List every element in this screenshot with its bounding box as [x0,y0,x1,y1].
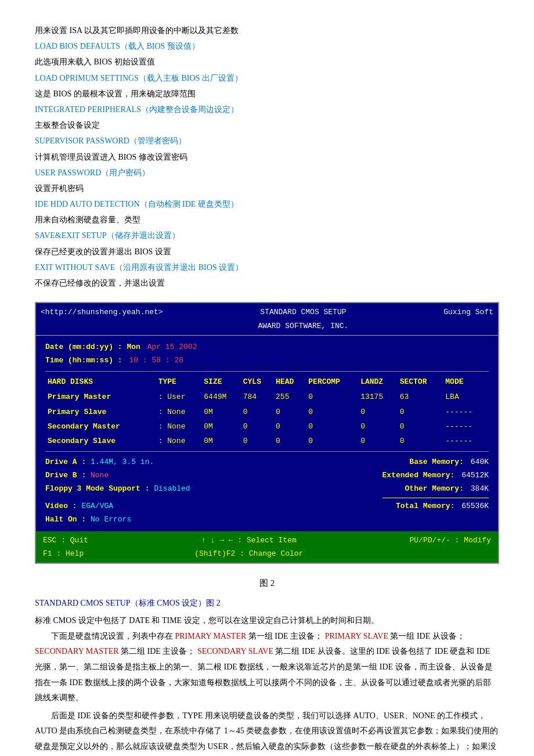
bios-footer: ESC : Quit F1 : Help ↑ ↓ → ← : Select It… [36,531,498,563]
base-memory-label: Base Memory: [409,458,464,466]
td-primary-master-percomp: 0 [306,390,358,404]
td-secondary-slave-landz: 0 [358,434,397,448]
td-primary-slave-mode: ------ [443,405,489,419]
bios-title2: AWARD SOFTWARE, INC. [163,319,444,333]
intro-line-2: LOAD BIOS DEFAULTS（载入 BIOS 预设值） [35,39,499,53]
intro-line-14: SAVE&EXIT SETUP（储存并退出设置） [35,228,499,243]
td-secondary-master-size: 0M [201,419,240,434]
bios-footer-center: ↑ ↓ → ← : Select Item (Shift)F2 : Change… [194,534,303,561]
td-secondary-slave-percomp: 0 [306,434,358,448]
intro-line-3: 此选项用来载入 BIOS 初始设置值 [35,55,499,69]
bios-drive-section: Drive A : 1.44M, 3.5 in. Drive B : None … [45,455,383,527]
para2-text3: 第一组 IDE 从设备； [390,632,464,640]
video-value: EGA/VGA [81,502,113,510]
td-secondary-slave-type: : None [156,434,202,448]
th-harddisks: HARD DISKS [45,374,156,390]
intro-line-5: 这是 BIOS 的最根本设置，用来确定故障范围 [35,87,499,101]
intro-section: 用来设置 ISA 以及其它即插即用设备的中断以及其它差数 LOAD BIOS D… [35,23,499,290]
bios-memory-section: Base Memory: 640K Extended Memory: 64512… [383,455,489,527]
td-primary-master-landz: 13175 [358,390,397,404]
para2-primary-slave: PRIMARY SLAVE [325,632,388,640]
para2-text2: 第一组 IDE 主设备； [248,632,323,640]
extended-memory-label: Extended Memory: [383,471,455,480]
floppy-value: Disabled [154,484,190,493]
intro-line-1: 用来设置 ISA 以及其它即插即用设备的中断以及其它差数 [35,23,499,38]
td-primary-slave-type: : None [156,405,202,419]
extended-memory-value: 64512K [461,471,489,480]
drive-a-row: Drive A : 1.44M, 3.5 in. [45,455,383,469]
bios-date-value: Apr 15 2002 [147,343,197,351]
td-secondary-slave-name: Secondary Slave [45,434,156,448]
bios-date-row: Date (mm:dd:yy) : Mon Apr 15 2002 [45,340,489,354]
bios-time-value: 10 : 58 : 28 [129,356,183,365]
th-percomp: PERCOMP [306,374,358,390]
th-size: SIZE [201,374,240,390]
intro-line-8: SUPERVISOR PASSWORD（管理者密码） [35,134,499,148]
total-memory-label: Total Memory: [396,502,454,510]
table-row: Secondary Slave : None 0M 0 0 0 0 0 ----… [45,434,489,448]
intro-line-17: 不保存已经修改的设置，并退出设置 [35,276,499,290]
intro-line-12: IDE HDD AUTO DETECTION（自动检测 IDE 硬盘类型） [35,197,499,211]
figure-label: 图 2 [35,575,499,591]
bios-harddisks-table: HARD DISKS TYPE SIZE CYLS HEAD PERCOMP L… [45,374,489,449]
para2-secondary-master: SECONDARY MASTER [35,647,119,656]
td-secondary-master-type: : None [156,419,202,434]
td-primary-slave-size: 0M [201,405,240,419]
footer-pupdmod: PU/PD/+/- : Modify [410,534,491,547]
td-primary-slave-head: 0 [273,405,306,419]
td-secondary-slave-cyls: 0 [241,434,273,448]
td-primary-slave-percomp: 0 [306,405,358,419]
td-primary-master-size: 6449M [201,390,240,404]
td-primary-master-cyls: 784 [241,390,273,404]
bios-footer-left: ESC : Quit F1 : Help [43,534,88,561]
footer-f1: F1 : Help [43,547,88,560]
td-primary-master-mode: LBA [443,390,489,404]
intro-line-11: 设置开机密码 [35,181,499,196]
intro-line-15: 保存已经更改的设置并退出 BIOS 设置 [35,244,499,259]
para2-primary-master: PRIMARY MASTER [175,632,247,640]
td-secondary-master-percomp: 0 [306,419,358,434]
halt-row: Halt On : No Errors [45,513,383,526]
bios-date-label: Date (mm:dd:yy) : Mon [45,343,140,351]
intro-line-7: 主板整合设备设定 [35,118,499,132]
table-row: Primary Master : User 6449M 784 255 0 13… [45,390,489,404]
td-secondary-master-head: 0 [273,419,306,434]
bios-time-row: Time (hh:mm:ss) : 10 : 58 : 28 [45,354,489,367]
total-memory-row: Total Memory: 65536K [383,498,489,513]
bios-time-label: Time (hh:mm:ss) : [45,356,122,365]
th-head: HEAD [273,374,306,390]
footer-arrows: ↑ ↓ → ← : Select Item [194,534,303,547]
section-title: STANDARD CMOS SETUP（标准 CMOS 设定）图 2 [35,596,499,610]
td-primary-master-head: 255 [273,390,306,404]
intro-line-10: USER PASSWORD（用户密码） [35,165,499,180]
total-memory-value: 65536K [461,502,489,510]
td-primary-slave-sector: 0 [398,405,443,419]
intro-line-13: 用来自动检测硬盘容量、类型 [35,213,499,227]
td-secondary-slave-mode: ------ [443,434,489,448]
td-secondary-master-landz: 0 [358,419,397,434]
td-secondary-master-name: Secondary Master [45,419,156,434]
intro-line-9: 计算机管理员设置进入 BIOS 修改设置密码 [35,150,499,164]
bios-header-right: Guxing Soft [443,305,493,319]
bios-bottom-section: Drive A : 1.44M, 3.5 in. Drive B : None … [45,455,489,527]
td-secondary-master-mode: ------ [443,419,489,434]
th-cyls: CYLS [241,374,273,390]
td-primary-slave-landz: 0 [358,405,397,419]
para2-text4: 第二组 IDE 主设备； [121,647,195,656]
footer-shift: (Shift)F2 : Change Color [194,547,303,560]
table-row: Primary Slave : None 0M 0 0 0 0 0 ------ [45,405,489,419]
other-memory-value: 384K [471,484,489,493]
base-memory-value: 640K [471,458,489,466]
bios-header-url: <http://shunsheng.yeah.net> [41,305,163,319]
bios-title1: STANDARD CMOS SETUP [163,305,444,319]
para3: 后面是 IDE 设备的类型和硬件参数，TYPE 用来说明硬盘设备的类型，我们可以… [35,708,499,756]
drive-b-value: None [91,471,109,480]
drive-a-value: 1.44M, 3.5 in. [91,458,154,466]
extended-memory-row: Extended Memory: 64512K [383,469,489,482]
para2: 下面是硬盘情况设置，列表中存在 PRIMARY MASTER 第一组 IDE 主… [35,629,499,706]
td-secondary-master-sector: 0 [398,419,443,434]
bios-header-center: STANDARD CMOS SETUP AWARD SOFTWARE, INC. [163,305,444,333]
th-type: TYPE [156,374,202,390]
bios-screenshot: <http://shunsheng.yeah.net> STANDARD CMO… [35,302,499,564]
drive-b-row: Drive B : None [45,469,383,482]
